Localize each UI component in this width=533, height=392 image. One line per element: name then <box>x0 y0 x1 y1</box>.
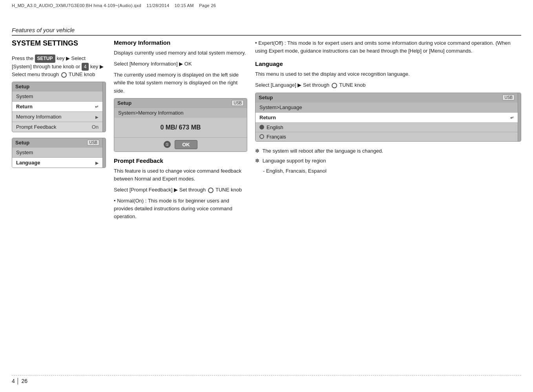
prompt-tune-icon <box>208 188 214 193</box>
memory-display: 0 MB/ 673 MB <box>114 118 247 137</box>
right-column: • Expert(Off) : This mode is for expert … <box>255 39 521 368</box>
tune-knob-icon <box>61 72 67 78</box>
key4-badge: 4 <box>82 63 89 71</box>
note1-symbol: ✽ <box>255 148 259 154</box>
header-time: 10:15 AM <box>175 3 194 8</box>
footer-dashed-line <box>12 375 521 376</box>
language-heading: Language <box>255 60 521 67</box>
section-title-line <box>12 35 521 36</box>
memory-box-header: Setup USB <box>114 98 247 108</box>
memory-p1: Displays currently used memory and total… <box>114 49 247 57</box>
mid-column: Memory Information Displays currently us… <box>114 39 255 368</box>
box2-row-language: Language <box>12 157 102 168</box>
prompt-feedback-heading: Prompt Feedback <box>114 157 247 164</box>
language-row-francais: Français <box>256 132 518 141</box>
page-num-main: 4 <box>12 378 15 384</box>
memory-ok-bar: ① OK <box>114 137 247 151</box>
box2-row-system: System <box>12 147 102 157</box>
memory-select: Select [Memory Information] ▶ OK <box>114 60 247 68</box>
memory-subheader-row: System>Memory Information <box>114 108 247 118</box>
note1-text: The system will reboot after the languag… <box>262 148 383 154</box>
box1-return-arrow <box>95 104 99 109</box>
box1-row-memory: Memory Information <box>12 111 102 122</box>
box1-prompt-value: On <box>92 124 99 130</box>
language-box-with-scroll: Setup USB System>Language Return English <box>256 93 521 141</box>
francais-label: Français <box>266 134 286 140</box>
english-radio-icon <box>259 125 264 129</box>
system-menu-box2: Setup USB System Language <box>12 138 106 168</box>
memory-info-heading: Memory Information <box>114 39 247 46</box>
box2-scrollbar[interactable] <box>102 138 106 168</box>
prompt-select-text: Select [Prompt Feedback] ▶ Set through T… <box>114 186 247 194</box>
normal-bullet-text: Normal(On) : This mode is for beginner u… <box>114 198 232 219</box>
language-return-arrow <box>510 115 514 120</box>
note2-symbol: ✽ <box>255 158 259 164</box>
header-filename: H_MD_A3.0_AUDIO_3XMU7G3E00:BH hma 4-109~… <box>12 3 141 8</box>
box1-scrollbar[interactable] <box>102 82 106 132</box>
page-num-sep: │ <box>16 378 20 384</box>
box1-setup-label: Setup <box>15 84 29 89</box>
box2-inner: Setup USB System Language <box>12 138 102 168</box>
normal-bullet: • Normal(On) : This mode is for beginner… <box>114 197 247 221</box>
box1-system-label: System <box>16 93 33 99</box>
box1-header: Setup <box>12 82 102 91</box>
language-return-label: Return <box>259 115 276 120</box>
main-content: SYSTEM SETTINGS Press the SETUP key ▶ Se… <box>12 39 521 368</box>
expert-bullet: • Expert(Off) : This mode is for expert … <box>255 39 521 55</box>
box1-row-prompt: Prompt Feedback On <box>12 122 102 132</box>
language-box-setup-label: Setup <box>259 95 273 100</box>
box2-with-scroll: Setup USB System Language <box>12 138 106 168</box>
setup-key-badge: SETUP <box>35 55 55 63</box>
language-box-inner: Setup USB System>Language Return English <box>256 93 518 141</box>
francais-radio-icon <box>259 134 264 139</box>
language-box: Setup USB System>Language Return English <box>255 93 521 142</box>
box2-language-label: Language <box>16 160 40 166</box>
section-title: Features of your vehicle <box>12 27 521 33</box>
english-label: English <box>266 124 283 130</box>
box1-prompt-label: Prompt Feedback <box>16 124 57 130</box>
system-settings-heading: SYSTEM SETTINGS <box>12 39 106 47</box>
memory-box-setup-label: Setup <box>117 100 131 106</box>
box1-memory-label: Memory Information <box>16 114 62 120</box>
box2-language-arrow <box>95 160 99 166</box>
note3-text: - English, Francais, Espanol <box>263 168 327 174</box>
header-date: 11/28/2014 <box>146 3 169 8</box>
box1-row-return: Return <box>12 101 102 111</box>
memory-subheader-label: System>Memory Information <box>118 110 184 116</box>
system-menu-box1: Setup System Return Memory Information <box>12 82 106 132</box>
box2-system-label: System <box>16 150 33 155</box>
left-column: SYSTEM SETTINGS Press the SETUP key ▶ Se… <box>12 39 114 368</box>
box2-setup-label: Setup <box>15 140 29 146</box>
page-num-sub: 26 <box>22 378 28 384</box>
language-box-usb-badge: USB <box>502 95 515 100</box>
language-tune-icon <box>332 83 337 88</box>
memory-box-usb-badge: USB <box>232 100 244 106</box>
memory-info-box: Setup USB System>Memory Information 0 MB… <box>114 98 247 152</box>
language-subheader-row: System>Language <box>256 102 518 112</box>
expert-bullet-text: Expert(Off) : This mode is for expert us… <box>255 40 511 54</box>
box1-inner: Setup System Return Memory Information <box>12 82 102 132</box>
memory-p2: The currently used memory is displayed o… <box>114 71 247 95</box>
box1-return-label: Return <box>16 104 33 109</box>
header-page: Page 26 <box>199 3 216 8</box>
box1-row-system: System <box>12 91 102 101</box>
memory-ok-button[interactable]: OK <box>175 140 197 149</box>
language-scrollbar[interactable] <box>518 93 521 141</box>
language-row-english: English <box>256 122 518 132</box>
page-number-box: 4 │ 26 <box>12 378 521 384</box>
language-p1: This menu is used to set the display and… <box>255 70 521 78</box>
box1-memory-arrow <box>95 114 99 120</box>
left-intro-text: Press the SETUP key ▶ Select [System] th… <box>12 55 106 78</box>
language-box-header: Setup USB <box>256 93 518 102</box>
page-footer: 4 │ 26 <box>12 375 521 384</box>
language-select-text: Select [Language] ▶ Set through TUNE kno… <box>255 81 521 89</box>
note1: ✽ The system will reboot after the langu… <box>255 147 521 155</box>
language-row-return: Return <box>256 112 518 122</box>
prompt-p1: This feature is used to change voice com… <box>114 167 247 183</box>
language-subheader-label: System>Language <box>259 104 302 110</box>
note2: ✽ Language support by region <box>255 157 521 165</box>
page-header: H_MD_A3.0_AUDIO_3XMU7G3E00:BH hma 4-109~… <box>12 3 521 8</box>
box2-usb-badge: USB <box>87 140 99 146</box>
section-title-bar: Features of your vehicle <box>12 27 521 36</box>
memory-circle-num: ① <box>164 141 171 148</box>
